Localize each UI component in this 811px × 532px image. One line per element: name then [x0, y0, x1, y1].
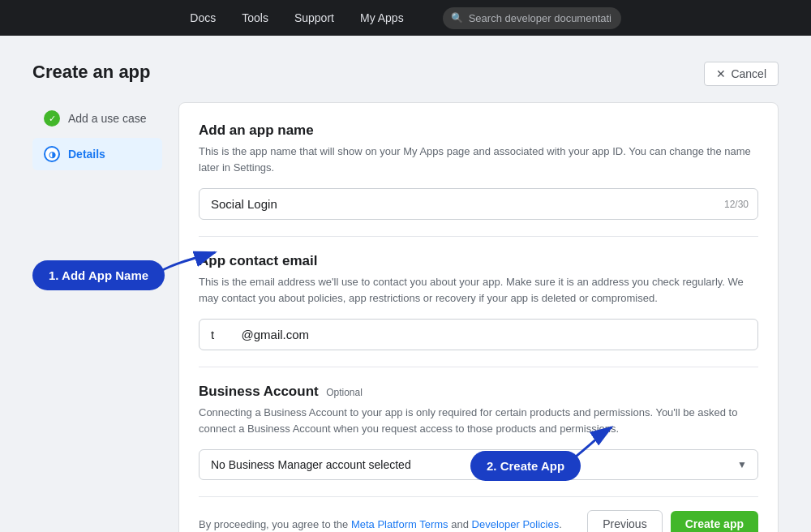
step-done-icon: ✓ — [44, 110, 60, 127]
search-input[interactable] — [443, 7, 621, 29]
callout-create-app: 2. Create App — [470, 451, 581, 481]
sidebar-item-details[interactable]: ◑ Details — [32, 138, 162, 170]
sidebar-item-use-case[interactable]: ✓ Add a use case — [32, 102, 162, 135]
footer-text: By proceeding, you agree to the Meta Pla… — [199, 518, 562, 530]
sidebar-item-label-details: Details — [68, 148, 105, 161]
nav-tools[interactable]: Tools — [242, 11, 268, 24]
email-input-row — [199, 319, 758, 350]
sidebar-item-label-use-case: Add a use case — [68, 112, 147, 125]
char-count: 12/30 — [724, 199, 749, 210]
cancel-button[interactable]: ✕ Cancel — [704, 62, 779, 86]
app-name-input-row: 12/30 — [199, 188, 758, 220]
topnav-links: Docs Tools Support My Apps — [190, 11, 403, 24]
app-name-title: Add an app name — [199, 122, 758, 139]
create-app-button[interactable]: Create app — [671, 511, 758, 532]
callout-add-app-name: 1. Add App Name — [32, 260, 165, 290]
divider-1 — [199, 236, 758, 237]
business-desc: Connecting a Business Account to your ap… — [199, 405, 758, 436]
terms-link[interactable]: Meta Platform Terms — [351, 518, 448, 530]
divider-2 — [199, 367, 758, 367]
sidebar: ✓ Add a use case ◑ Details — [32, 102, 162, 532]
cancel-x-icon: ✕ — [716, 67, 726, 80]
page-container: Create an app ✕ Cancel ✓ Add a use case … — [0, 36, 811, 532]
app-name-input[interactable] — [199, 188, 758, 220]
email-input[interactable] — [199, 319, 758, 350]
business-title: Business Account Optional — [199, 384, 758, 400]
footer-bar: By proceeding, you agree to the Meta Pla… — [199, 496, 758, 532]
step-current-icon: ◑ — [44, 146, 60, 162]
nav-myapps[interactable]: My Apps — [360, 11, 404, 24]
app-name-desc: This is the app name that will show on y… — [199, 144, 758, 175]
previous-button[interactable]: Previous — [587, 510, 662, 532]
page-title: Create an app — [32, 62, 779, 83]
email-title: App contact email — [199, 253, 758, 269]
policies-link[interactable]: Developer Policies — [472, 518, 560, 530]
optional-label: Optional — [326, 387, 363, 398]
search-icon: 🔍 — [451, 12, 463, 24]
content-area: ✓ Add a use case ◑ Details Add an app na… — [32, 102, 779, 532]
topnav: Docs Tools Support My Apps 🔍 — [0, 0, 811, 36]
nav-docs[interactable]: Docs — [190, 11, 216, 24]
footer-buttons: Previous Create app — [587, 510, 758, 532]
email-desc: This is the email address we'll use to c… — [199, 274, 758, 306]
search-container: 🔍 — [443, 7, 621, 29]
nav-support[interactable]: Support — [294, 11, 334, 24]
